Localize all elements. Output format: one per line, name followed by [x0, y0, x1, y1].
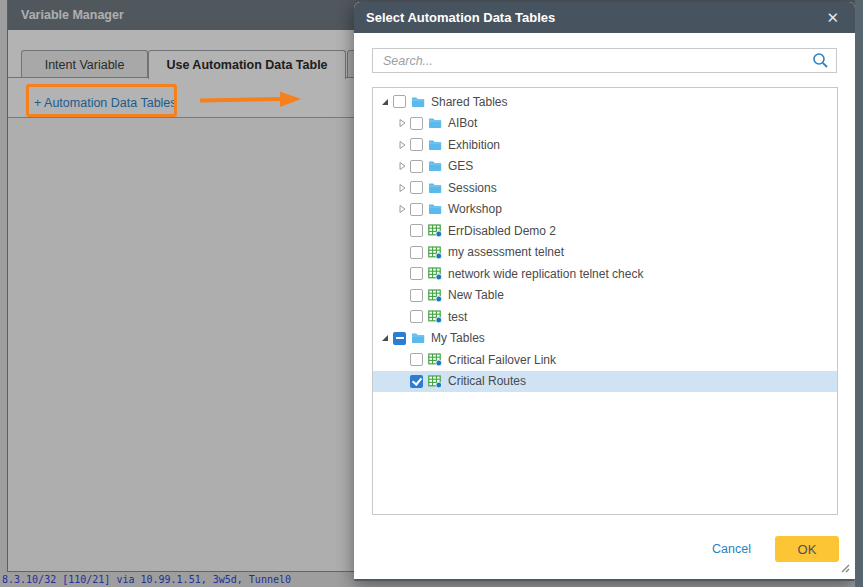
cancel-button[interactable]: Cancel [712, 542, 751, 556]
tree-item[interactable]: Shared Tables [373, 91, 837, 113]
expand-toggle-icon [395, 267, 408, 280]
folder-icon [411, 332, 425, 344]
tree-item[interactable]: ErrDisabled Demo 2 [373, 220, 837, 242]
modal-title: Select Automation Data Tables [366, 10, 822, 25]
checkbox[interactable] [410, 267, 423, 280]
expand-toggle-icon[interactable] [395, 117, 408, 130]
ok-button[interactable]: OK [775, 536, 839, 562]
expand-toggle-icon [395, 353, 408, 366]
checkbox[interactable] [393, 332, 406, 345]
table-icon [428, 353, 442, 366]
search-bar [372, 48, 837, 73]
expand-toggle-icon[interactable] [395, 160, 408, 173]
checkbox[interactable] [410, 138, 423, 151]
table-icon [428, 246, 442, 259]
tree-item-label: Critical Routes [448, 374, 526, 388]
checkbox[interactable] [410, 224, 423, 237]
table-icon [428, 224, 442, 237]
tree-item[interactable]: network wide replication telnet check [373, 263, 837, 285]
search-icon[interactable] [812, 52, 829, 69]
tree-item[interactable]: Critical Failover Link [373, 349, 837, 371]
tree-item[interactable]: test [373, 306, 837, 328]
annotation-arrow-icon [198, 90, 304, 110]
resize-grip[interactable] [839, 562, 850, 573]
expand-toggle-icon [395, 246, 408, 259]
tree: Shared Tables AIBot [372, 87, 838, 515]
expand-toggle-icon[interactable] [378, 332, 391, 345]
tree-item-label: GES [448, 159, 473, 173]
checkbox[interactable] [410, 203, 423, 216]
checkbox[interactable] [410, 353, 423, 366]
tree-item[interactable]: AIBot [373, 113, 837, 135]
tree-item[interactable]: my assessment telnet [373, 242, 837, 264]
screen: 8.3.10/32 [110/21] via 10.99.1.51, 3w5d,… [0, 0, 863, 587]
table-icon [428, 375, 442, 388]
expand-toggle-icon[interactable] [395, 138, 408, 151]
tree-item[interactable]: My Tables [373, 328, 837, 350]
select-automation-data-tables-modal: Select Automation Data Tables ✕ [354, 2, 855, 581]
tree-item[interactable]: Exhibition [373, 134, 837, 156]
tree-item-label: New Table [448, 288, 504, 302]
expand-toggle-icon [395, 224, 408, 237]
tree-item-label: My Tables [431, 331, 485, 345]
expand-toggle-icon [395, 310, 408, 323]
modal-header: Select Automation Data Tables ✕ [354, 2, 855, 33]
checkbox[interactable] [410, 375, 423, 388]
tree-item-label: Exhibition [448, 138, 500, 152]
expand-toggle-icon[interactable] [378, 95, 391, 108]
tree-item[interactable]: Critical Routes [373, 371, 837, 393]
checkbox[interactable] [410, 181, 423, 194]
table-icon [428, 310, 442, 323]
tree-item[interactable]: Sessions [373, 177, 837, 199]
checkbox[interactable] [410, 117, 423, 130]
tree-item[interactable]: Workshop [373, 199, 837, 221]
expand-toggle-icon[interactable] [395, 203, 408, 216]
tree-item-label: Workshop [448, 202, 502, 216]
annotation-highlight-box [26, 84, 177, 117]
tree-item-label: ErrDisabled Demo 2 [448, 224, 556, 238]
right-edge-panel [855, 0, 863, 587]
tree-item-label: network wide replication telnet check [448, 267, 643, 281]
folder-icon [428, 203, 442, 215]
checkbox[interactable] [410, 289, 423, 302]
tree-item-label: my assessment telnet [448, 245, 564, 259]
tree-item[interactable]: GES [373, 156, 837, 178]
folder-icon [411, 96, 425, 108]
folder-icon [428, 117, 442, 129]
folder-icon [428, 160, 442, 172]
tree-item-label: Critical Failover Link [448, 353, 556, 367]
table-icon [428, 267, 442, 280]
modal-footer: Cancel OK [712, 536, 839, 562]
checkbox[interactable] [393, 95, 406, 108]
tree-item[interactable]: New Table [373, 285, 837, 307]
folder-icon [428, 182, 442, 194]
folder-icon [428, 139, 442, 151]
tree-item-label: Shared Tables [431, 95, 508, 109]
expand-toggle-icon [395, 375, 408, 388]
tree-item-label: test [448, 310, 467, 324]
search-input[interactable] [372, 48, 837, 73]
checkbox[interactable] [410, 160, 423, 173]
tree-item-label: Sessions [448, 181, 497, 195]
close-icon[interactable]: ✕ [822, 8, 843, 27]
checkbox[interactable] [410, 310, 423, 323]
expand-toggle-icon [395, 289, 408, 302]
tree-item-label: AIBot [448, 116, 477, 130]
checkbox[interactable] [410, 246, 423, 259]
table-icon [428, 289, 442, 302]
expand-toggle-icon[interactable] [395, 181, 408, 194]
